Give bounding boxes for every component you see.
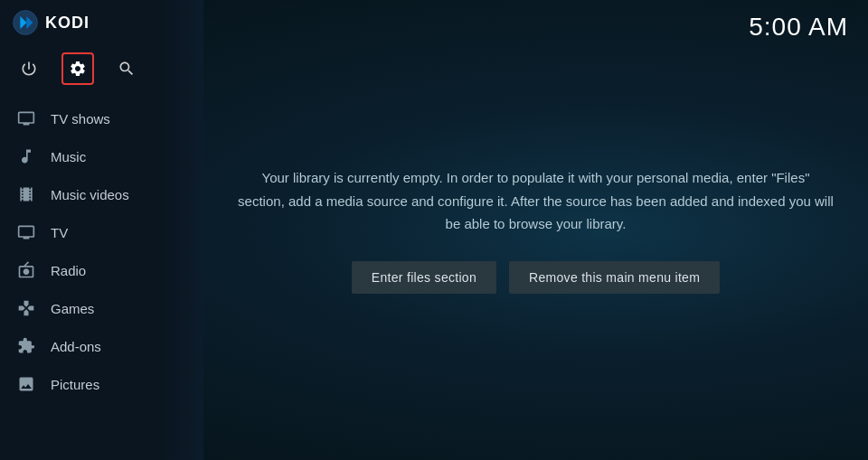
power-button[interactable] — [13, 52, 45, 85]
main-content: Your library is currently empty. In orde… — [203, 0, 868, 460]
music-icon — [16, 146, 36, 166]
library-empty-message: Your library is currently empty. In orde… — [238, 166, 835, 236]
sidebar-item-tv-shows[interactable]: TV shows — [0, 99, 203, 137]
sidebar-nav: TV shows Music Music videos TV — [0, 92, 203, 460]
settings-button[interactable] — [61, 52, 94, 85]
kodi-logo: KODI — [13, 10, 90, 35]
tv-shows-icon — [16, 108, 36, 128]
sidebar-item-games-label: Games — [51, 301, 94, 316]
sidebar-item-music-videos-label: Music videos — [51, 187, 129, 202]
music-videos-icon — [16, 184, 36, 204]
sidebar-item-music-label: Music — [51, 149, 86, 164]
kodi-logo-icon — [13, 10, 38, 35]
clock: 5:00 AM — [749, 13, 848, 42]
library-message-container: Your library is currently empty. In orde… — [238, 166, 835, 294]
sidebar-item-music[interactable]: Music — [0, 137, 203, 175]
search-icon — [118, 60, 136, 78]
search-button[interactable] — [110, 52, 143, 85]
radio-icon — [16, 260, 36, 280]
sidebar: KODI TV shows — [0, 0, 203, 460]
sidebar-header: KODI — [0, 0, 203, 45]
settings-icon — [69, 60, 87, 78]
tv-icon — [16, 222, 36, 242]
kodi-logo-text: KODI — [45, 14, 90, 33]
sidebar-item-pictures[interactable]: Pictures — [0, 365, 203, 403]
sidebar-item-tv-label: TV — [51, 225, 68, 240]
enter-files-button[interactable]: Enter files section — [352, 261, 496, 294]
sidebar-item-games[interactable]: Games — [0, 289, 203, 327]
power-icon — [20, 60, 38, 78]
sidebar-item-tv-shows-label: TV shows — [51, 111, 110, 127]
sidebar-item-pictures-label: Pictures — [51, 377, 99, 392]
pictures-icon — [16, 374, 36, 394]
sidebar-iconbar — [0, 45, 203, 92]
sidebar-item-music-videos[interactable]: Music videos — [0, 175, 203, 213]
sidebar-item-radio[interactable]: Radio — [0, 251, 203, 289]
addons-icon — [16, 336, 36, 356]
library-actions: Enter files section Remove this main men… — [238, 261, 835, 294]
sidebar-item-addons-label: Add-ons — [51, 339, 101, 354]
remove-menu-item-button[interactable]: Remove this main menu item — [509, 261, 720, 294]
games-icon — [16, 298, 36, 318]
sidebar-item-tv[interactable]: TV — [0, 213, 203, 251]
sidebar-item-radio-label: Radio — [51, 263, 86, 278]
sidebar-item-addons[interactable]: Add-ons — [0, 327, 203, 365]
